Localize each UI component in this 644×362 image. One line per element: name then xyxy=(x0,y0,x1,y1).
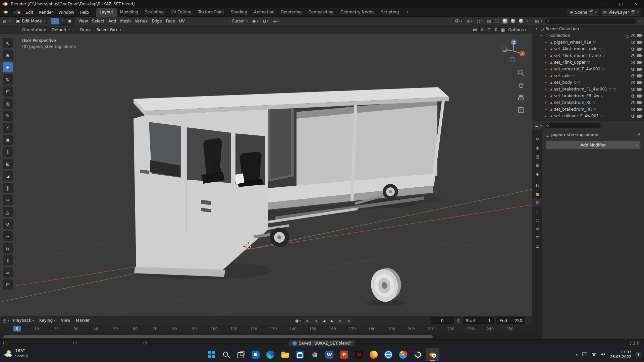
maximize-button[interactable]: ▢ xyxy=(613,0,629,8)
mode-dropdown[interactable]: ▣ Edit Mode ▾ xyxy=(13,18,48,24)
netflix[interactable]: N xyxy=(352,348,366,361)
menu-item[interactable]: Help xyxy=(77,8,91,17)
tab-output[interactable]: ▤ xyxy=(532,152,542,161)
tool-cursor[interactable]: ⊕ xyxy=(3,50,13,60)
outliner-row[interactable]: ▸ ▲ set_axle ▽ xyxy=(532,72,644,79)
expander-icon[interactable]: ▸ xyxy=(545,101,548,104)
hide-eye-icon[interactable] xyxy=(631,54,635,57)
tool-orientation-dropdown[interactable]: Default ▾ xyxy=(49,26,72,33)
hide-eye-icon[interactable] xyxy=(631,48,635,51)
workspace-tab[interactable]: Shading xyxy=(227,8,251,17)
outliner-row[interactable]: ▸ ▲ pigeon_wheel_01a ▽ xyxy=(532,39,644,46)
xray-toggle[interactable]: ▥ xyxy=(486,19,492,23)
tool-annotate[interactable]: ✎ xyxy=(3,111,13,121)
disable-render-icon[interactable] xyxy=(637,54,641,57)
timeline-ruler[interactable]: 0102030405060708090100110120130140150160… xyxy=(0,325,532,333)
properties-search-input[interactable] xyxy=(544,123,601,129)
new-scene-icon[interactable] xyxy=(589,10,593,14)
timeline-scroll-track[interactable] xyxy=(0,333,532,340)
disable-render-icon[interactable] xyxy=(637,95,641,98)
hide-eye-icon[interactable] xyxy=(631,101,635,104)
viewport[interactable]: User Perspective (0) pigeon_steeringcolu… xyxy=(0,34,532,316)
hide-eye-icon[interactable] xyxy=(631,61,635,64)
search[interactable] xyxy=(219,348,233,361)
tool-smooth[interactable]: ≈ xyxy=(3,231,13,241)
expander-icon[interactable]: ▸ xyxy=(545,47,548,51)
timeline-menu-item[interactable]: Keying ▾ xyxy=(37,316,58,325)
remove-viewlayer-icon[interactable]: × xyxy=(636,10,639,14)
tool-extrude-region[interactable]: ↥ xyxy=(3,147,13,157)
word[interactable]: W xyxy=(323,348,336,361)
new-viewlayer-icon[interactable] xyxy=(631,10,635,14)
tool-shear[interactable]: ▱ xyxy=(3,267,13,278)
outliner-row[interactable]: ▸ ▲ set_brakedrum_RL ▽ xyxy=(532,99,644,106)
expander-icon[interactable]: ▸ xyxy=(545,41,548,44)
outliner-row[interactable]: ▸ ▲ set_4link_mount_axle ▽ xyxy=(532,46,644,52)
tool-bevel[interactable]: ◢ xyxy=(3,171,13,181)
pivot-point-dropdown[interactable]: ◉ ▾ xyxy=(251,19,259,23)
current-frame-field[interactable]: 0 xyxy=(431,317,454,324)
taskbar-clock[interactable]: 13:03 26.03.2022 xyxy=(610,350,631,359)
tab-view-layer[interactable]: ▦ xyxy=(532,161,542,170)
zoom-icon[interactable] xyxy=(517,69,525,77)
disable-render-icon[interactable] xyxy=(637,68,641,71)
outliner-search-input[interactable] xyxy=(544,18,637,24)
hide-eye-icon[interactable] xyxy=(631,88,635,91)
spare-wheel[interactable] xyxy=(368,266,404,304)
workspace-tab[interactable]: Compositing xyxy=(305,8,337,17)
internet[interactable] xyxy=(382,348,395,361)
workspace-tab[interactable]: UV Editing xyxy=(167,8,195,17)
tool-scale[interactable]: ⊡ xyxy=(3,86,13,97)
camera-view-icon[interactable] xyxy=(517,94,525,102)
unlink-scene-icon[interactable]: × xyxy=(594,10,597,14)
workspace-tab[interactable]: + xyxy=(402,8,412,17)
workspace-tab[interactable]: Scripting xyxy=(378,8,402,17)
outliner-row-collection[interactable]: ▾ ▢ Collection ✓ xyxy=(532,32,644,39)
edge-select-button[interactable]: / xyxy=(59,18,66,24)
tool-select-box[interactable]: ↖ xyxy=(3,38,13,48)
shading-solid-button[interactable] xyxy=(502,18,508,24)
hide-eye-icon[interactable] xyxy=(631,68,635,71)
object-visibility-dropdown[interactable]: ▾ xyxy=(454,19,463,23)
outliner-row[interactable]: ▸ ▲ set_armstrut_F_4w.001 ▽ xyxy=(532,66,644,72)
disable-render-icon[interactable] xyxy=(637,61,641,64)
auto-keying-toggle[interactable]: ● ▾ xyxy=(295,318,301,323)
shading-rendered-button[interactable] xyxy=(518,18,524,24)
transport-button[interactable]: ⇤ xyxy=(304,317,312,324)
start[interactable] xyxy=(205,348,218,361)
viewport-menu-item[interactable]: Mesh xyxy=(118,17,133,25)
disable-render-icon[interactable] xyxy=(637,101,641,104)
expander-icon[interactable]: ▸ xyxy=(545,108,548,111)
viewport-menu-item[interactable]: Edge xyxy=(150,17,164,25)
transport-button[interactable]: ⇥ xyxy=(344,317,352,324)
outliner-row[interactable]: ▸ ▲ set_4link_mount_frame ▽ xyxy=(532,52,644,59)
tool-add-cube[interactable]: ▣ xyxy=(3,135,13,145)
disable-render-icon[interactable] xyxy=(637,115,641,118)
tab-render[interactable]: ◉ xyxy=(532,143,542,152)
tool-shrink-fatten[interactable]: ⇕ xyxy=(3,255,13,265)
outliner-row[interactable]: ▸ ▲ set_brakedrum_RR ▽ xyxy=(532,106,644,113)
expander-icon[interactable]: ▸ xyxy=(545,74,548,77)
mirror-axis-button[interactable]: X xyxy=(479,27,485,33)
task-view[interactable] xyxy=(234,348,248,361)
tool-rotate[interactable]: ↻ xyxy=(3,74,13,84)
tab-object[interactable]: ■ xyxy=(532,190,542,198)
hide-eye-icon[interactable] xyxy=(631,74,635,77)
close-button[interactable]: × xyxy=(629,0,644,8)
workspace-tab[interactable]: Geometry Nodes xyxy=(337,8,378,17)
tool-edge-slide[interactable]: ⇆ xyxy=(3,243,13,253)
disable-render-icon[interactable] xyxy=(637,108,641,111)
frame-end-field[interactable]: End 250 xyxy=(496,317,525,324)
tool-transform[interactable]: ◎ xyxy=(3,99,13,109)
obs[interactable] xyxy=(411,348,425,361)
viewport-menu-item[interactable]: Select xyxy=(90,17,106,25)
preview-range-icon[interactable]: ◷ xyxy=(457,318,460,323)
expander-icon[interactable]: ▸ xyxy=(545,94,548,98)
workspace-tab[interactable]: Animation xyxy=(251,8,278,17)
tab-data[interactable]: ▽ xyxy=(532,233,542,242)
navigation-gizmo[interactable]: Z X Y xyxy=(499,37,527,66)
snap-grid-icon[interactable]: ▦ xyxy=(501,27,505,32)
hide-eye-icon[interactable] xyxy=(631,41,635,44)
mirror-axis-button[interactable]: Y xyxy=(486,27,492,33)
hide-eye-icon[interactable] xyxy=(631,81,635,84)
